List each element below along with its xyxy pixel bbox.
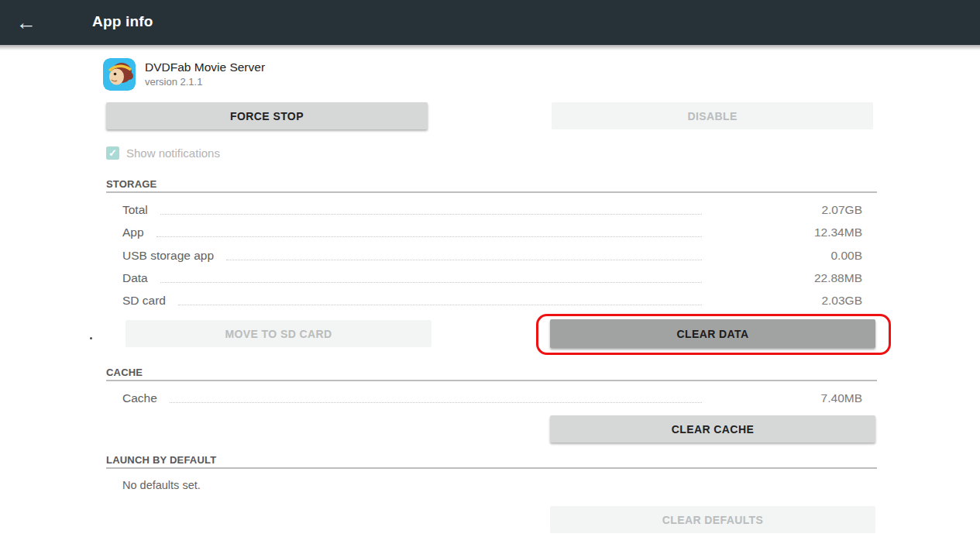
app-bar-shadow [0,45,980,50]
show-notifications-row: ✓ Show notifications [106,145,220,160]
divider [106,191,877,193]
launch-by-default-section-header: LAUNCH BY DEFAULT [106,454,216,466]
row-label: Total [122,202,148,218]
table-row-total: Total 2.07GB [122,202,705,218]
dotted-leader [156,236,702,237]
monkey-icon [103,58,136,91]
dotted-leader [160,213,702,215]
row-value: 2.07GB [707,202,862,218]
table-row-data: Data 22.88MB [122,270,705,286]
row-label: Cache [122,391,157,406]
row-value: 22.88MB [707,270,862,286]
row-value: 0.00B [707,248,862,263]
table-row-app: App 12.34MB [122,225,705,240]
row-label: Data [122,270,148,286]
row-value: 12.34MB [707,225,862,240]
stray-dot-artifact [90,337,92,339]
app-icon [103,58,136,91]
table-row-usb-storage: USB storage app 0.00B [122,248,705,263]
dotted-leader [178,304,702,305]
app-name: DVDFab Movie Server [145,60,265,74]
move-to-sd-card-button: MOVE TO SD CARD [126,320,432,347]
clear-defaults-button: CLEAR DEFAULTS [550,506,875,533]
row-label: App [122,225,144,240]
row-value: 7.40MB [707,391,862,406]
row-label: SD card [122,293,166,308]
row-label: USB storage app [122,248,214,263]
page-title: App info [92,13,153,30]
clear-data-button[interactable]: CLEAR DATA [550,319,875,348]
show-notifications-label: Show notifications [126,146,220,160]
table-row-cache: Cache 7.40MB [122,391,705,406]
divider [106,380,877,381]
app-version: version 2.1.1 [145,76,202,88]
dotted-leader [160,281,702,283]
no-defaults-status-text: No defaults set. [122,479,201,491]
row-value: 2.03GB [707,293,862,308]
app-bar: ← App info [0,0,980,45]
dotted-leader [170,401,702,403]
table-row-sd-card: SD card 2.03GB [122,293,705,308]
divider [106,467,877,469]
dotted-leader [226,259,702,260]
cache-section-header: CACHE [106,367,143,378]
clear-cache-button[interactable]: CLEAR CACHE [550,415,875,443]
force-stop-button[interactable]: FORCE STOP [106,102,428,129]
storage-section-header: STORAGE [106,178,156,190]
disable-button: DISABLE [552,102,873,129]
checkbox-checked-icon: ✓ [106,146,119,160]
back-arrow-icon[interactable]: ← [12,11,40,36]
